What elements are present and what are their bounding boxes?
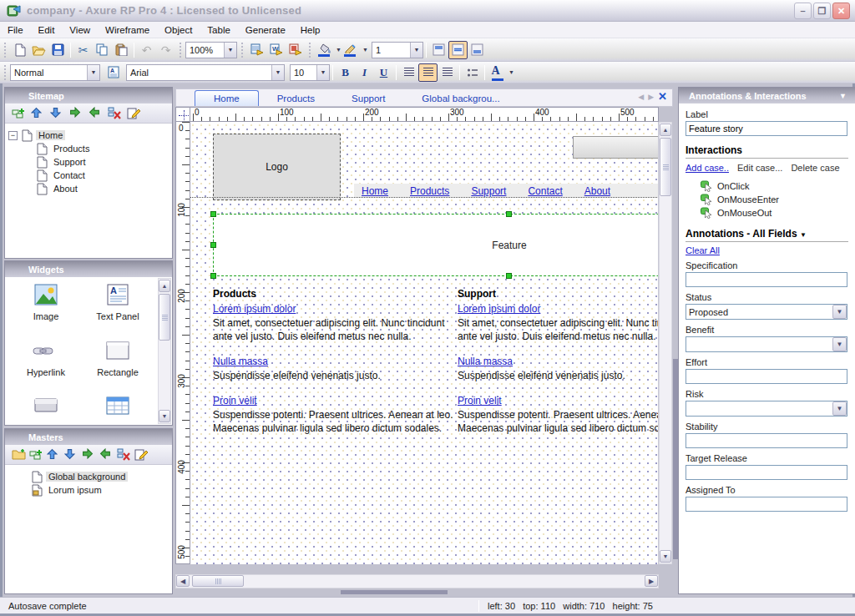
status-select[interactable]: Proposed ▼	[686, 304, 847, 320]
edit-style-button[interactable]: A	[104, 63, 123, 82]
nav-link-support[interactable]: Support	[471, 185, 506, 197]
add-master-button[interactable]	[29, 448, 43, 462]
cut-button[interactable]: ✂	[73, 41, 93, 59]
canvas-vscrollbar-thumb[interactable]	[660, 138, 671, 196]
outdent-button[interactable]	[99, 448, 114, 462]
menu-table[interactable]: Table	[200, 23, 238, 37]
zoom-combobox[interactable]: 100% ▼	[185, 42, 237, 58]
label-input[interactable]	[686, 121, 847, 136]
event-onclick[interactable]: OnClick	[701, 179, 848, 193]
bullet-list-button[interactable]	[463, 63, 482, 82]
generate-word-button[interactable]: W	[266, 41, 286, 59]
style-combobox[interactable]: Normal ▼	[10, 64, 100, 81]
master-item-global-background[interactable]: Global background	[32, 470, 169, 483]
column-link[interactable]: Lorem ipsum dolor	[458, 302, 540, 316]
target-release-input[interactable]	[686, 465, 847, 480]
panel-menu-icon[interactable]: ▼	[839, 92, 847, 100]
style-dropdown-icon[interactable]: ▼	[87, 65, 99, 80]
delete-case-link[interactable]: Delete case	[791, 163, 839, 173]
selection-handle-bottom-mid[interactable]	[506, 273, 512, 279]
paste-button[interactable]	[112, 41, 131, 59]
canvas-vertical-scrollbar[interactable]: ▲ ▼	[659, 122, 672, 564]
tab-support[interactable]: Support	[333, 91, 403, 106]
selection-handle-bottom-left[interactable]	[210, 273, 216, 279]
widget-image[interactable]: Image	[10, 284, 82, 321]
tab-products[interactable]: Products	[259, 91, 333, 106]
line-width-dropdown-icon[interactable]: ▼	[410, 43, 422, 58]
master-item-lorum-ipsum[interactable]: Lorum ipsum	[32, 483, 169, 497]
stability-input[interactable]	[686, 433, 847, 448]
move-down-button[interactable]	[64, 448, 78, 462]
font-combobox[interactable]: Arial ▼	[126, 64, 285, 81]
tab-global-background[interactable]: Global backgrou...	[403, 91, 518, 106]
restore-button[interactable]: ❐	[813, 3, 831, 19]
nav-link-contact[interactable]: Contact	[528, 185, 562, 197]
column-link[interactable]: Proin velit	[213, 394, 257, 407]
title-bar[interactable]: company - Axure RP Pro 4 : Licensed to U…	[0, 0, 855, 22]
scroll-down-icon[interactable]: ▼	[159, 410, 170, 422]
risk-select[interactable]: ▼	[686, 401, 847, 417]
align-center-button[interactable]	[418, 63, 438, 82]
selection-handle-top-left[interactable]	[210, 211, 216, 217]
generate-html-button[interactable]	[247, 41, 266, 59]
scroll-up-icon[interactable]: ▲	[660, 124, 671, 136]
move-up-button[interactable]	[31, 107, 45, 120]
line-width-combobox[interactable]: 1 ▼	[372, 42, 423, 58]
add-case-link[interactable]: Add case..	[686, 163, 729, 173]
tab-scroll-left-icon[interactable]: ◀	[638, 93, 644, 101]
zoom-dropdown-icon[interactable]: ▼	[224, 43, 236, 58]
sitemap-node-home[interactable]: − Home	[8, 129, 169, 142]
font-color-dropdown-icon[interactable]: ▼	[508, 69, 514, 75]
toolbar-grip[interactable]	[3, 43, 8, 58]
delete-page-button[interactable]	[108, 107, 122, 120]
indent-button[interactable]	[82, 448, 96, 462]
line-color-button[interactable]	[341, 41, 361, 59]
event-onmouseout[interactable]: OnMouseOut	[701, 206, 848, 220]
sitemap-node-label[interactable]: Home	[36, 130, 65, 140]
open-button[interactable]	[29, 41, 48, 59]
move-up-button[interactable]	[47, 448, 61, 462]
assigned-to-input[interactable]	[686, 497, 847, 512]
wireframe-canvas[interactable]: Logo Home Products Support Contact About…	[190, 122, 659, 564]
column-link[interactable]: Proin velit	[458, 394, 502, 407]
effort-input[interactable]	[686, 369, 847, 384]
valign-middle-button[interactable]	[448, 41, 468, 59]
line-color-dropdown-icon[interactable]: ▼	[362, 47, 368, 53]
edit-master-button[interactable]	[134, 448, 149, 462]
menu-generate[interactable]: Generate	[238, 23, 293, 37]
font-color-button[interactable]: A	[488, 63, 507, 82]
font-dropdown-icon[interactable]: ▼	[271, 65, 284, 80]
sitemap-node-label[interactable]: Contact	[51, 170, 88, 180]
menu-wireframe[interactable]: Wireframe	[98, 23, 157, 37]
redo-button[interactable]: ↷	[156, 41, 175, 59]
column-link[interactable]: Nulla massa	[458, 355, 513, 368]
sitemap-node-about[interactable]: About	[37, 182, 169, 195]
fill-color-button[interactable]	[315, 41, 334, 59]
tab-scroll-right-icon[interactable]: ▶	[648, 93, 654, 101]
products-text-column[interactable]: Products Lorem ipsum dolor Sit amet, con…	[213, 287, 453, 447]
align-right-button[interactable]	[438, 63, 457, 82]
sitemap-node-label[interactable]: Support	[51, 157, 89, 167]
scroll-up-icon[interactable]: ▲	[159, 280, 170, 292]
font-size-dropdown-icon[interactable]: ▼	[316, 65, 329, 80]
sitemap-node-label[interactable]: About	[51, 184, 80, 194]
select-dropdown-icon[interactable]: ▼	[832, 337, 847, 351]
nav-link-products[interactable]: Products	[410, 185, 449, 197]
support-text-column[interactable]: Support Lorem ipsum dolor Sit amet, cons…	[458, 287, 659, 447]
selection-handle-mid-left[interactable]	[210, 242, 216, 248]
minimize-button[interactable]: –	[794, 3, 812, 19]
collapse-icon[interactable]: −	[8, 131, 18, 140]
italic-button[interactable]: I	[355, 63, 374, 82]
widget-hyperlink[interactable]: Hyperlink	[10, 340, 82, 377]
fill-color-dropdown-icon[interactable]: ▼	[336, 47, 341, 53]
selection-handle-top-mid[interactable]	[506, 211, 512, 217]
underline-button[interactable]: U	[374, 63, 393, 82]
horizontal-splitter-handle[interactable]	[341, 590, 448, 594]
event-onmouseenter[interactable]: OnMouseEnter	[701, 193, 848, 206]
canvas-hscrollbar-thumb[interactable]	[192, 575, 244, 587]
widget-button-partial[interactable]	[10, 396, 82, 417]
annotations-panel-header[interactable]: Annotations & Interactions ▼	[679, 88, 855, 104]
menu-view[interactable]: View	[62, 23, 98, 37]
specification-input[interactable]	[686, 272, 847, 287]
valign-top-button[interactable]	[429, 41, 448, 59]
